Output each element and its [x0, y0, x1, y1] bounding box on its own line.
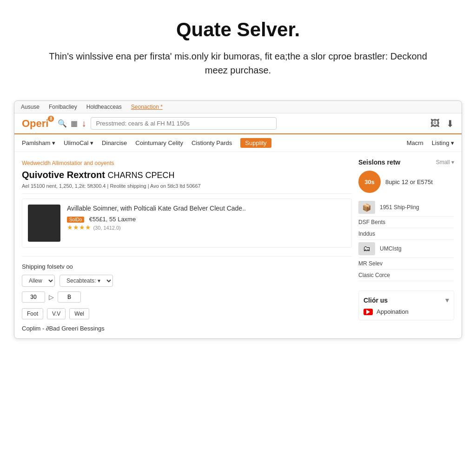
hero-title: Quate Selver. [28, 19, 448, 41]
sidebar-items-list: 📦 1951 Ship-Pling DSF Bents Inddus 🗂 UMC… [358, 198, 454, 281]
sidebar-item-5: Clasic Corce [358, 270, 454, 281]
size-input-row: ▷ [22, 291, 352, 303]
divider-1 [22, 193, 352, 194]
sidebar-label-0: 1951 Ship-Pling [380, 204, 419, 211]
size-btn-foot[interactable]: Foot [22, 308, 43, 319]
cat-cointumary[interactable]: Cointumary Celity [135, 139, 183, 146]
sidebar-item-0: 📦 1951 Ship-Pling [358, 198, 454, 217]
browser-nav: Aususe Fonlbacliey Holdheacceas Seonacti… [14, 101, 462, 113]
product-meta-text: Ael 15100 nent, 1,250, 1,2it: 5ft300.4 |… [22, 183, 201, 189]
filter-row: Allew Secabteats: ▾ [22, 275, 352, 287]
cat-ulirnocal[interactable]: UlirnoCal ▾ [64, 139, 93, 146]
right-panel: Seislons retw Small ▾ 30s 8upic 12 or E5… [352, 159, 454, 332]
cat-supplity[interactable]: Supplity [240, 138, 271, 148]
filter-secabteats[interactable]: Secabteats: ▾ [60, 275, 113, 287]
search-icon[interactable]: 🔍 [58, 119, 67, 128]
clior-item-label: Appoination [377, 308, 409, 315]
left-panel: Wedwecldh Allimostatior and ooyents Quiv… [22, 159, 352, 332]
size-btn-wel[interactable]: Wel [69, 308, 89, 319]
star-rating: ★★★★ [67, 224, 91, 231]
site-logo: Operi 8 [22, 118, 48, 130]
cat-pamlsham[interactable]: Pamlsham ▾ [22, 139, 55, 146]
product-card: Avillable Soimner, with Polticali Kate G… [22, 198, 352, 248]
site-content: Operi 8 🔍 ▦ ↓ 🖼 ⬇ Pamlsham ▾ Ulirno [14, 113, 462, 338]
right-header-small[interactable]: Small ▾ [436, 159, 454, 165]
sidebar-label-2: Inddus [358, 231, 375, 237]
sidebar-item-2: Inddus [358, 228, 454, 240]
size-buttons: Foot V.V Wel [22, 308, 352, 319]
right-header-title: Seislons retw [358, 159, 400, 166]
filter-allew[interactable]: Allew [22, 275, 55, 287]
browser-nav-holdheacceas[interactable]: Holdheacceas [86, 104, 122, 110]
cat-listing[interactable]: Listing ▾ [432, 139, 454, 146]
product-rating-row: ★★★★ (30, 1412.0) [67, 223, 346, 231]
discount-text: 8upic 12 or E575t [385, 178, 433, 185]
sidebar-icon-3: 🗂 [358, 242, 375, 255]
image-icon[interactable]: 🖼 [430, 118, 440, 129]
product-title-main: Quivotive Rextront [22, 170, 105, 180]
product-title-extra: CHARNS CPECH [107, 171, 174, 180]
product-info: Avillable Soimner, with Polticali Kate G… [67, 205, 346, 231]
size-arrow-icon: ▷ [49, 293, 54, 301]
category-nav: Pamlsham ▾ UlirnoCal ▾ Dinarcise Cointum… [14, 134, 462, 152]
main-content: Wedwecldh Allimostatior and ooyents Quiv… [14, 152, 462, 338]
shipping-section: Shipping folsetv oo Allew Secabteats: ▾ [22, 256, 352, 332]
header-icons: 🔍 ▦ ↓ [58, 118, 86, 129]
size-btn-vv[interactable]: V.V [47, 308, 66, 319]
clior-section: Cliór us ▾ Appoination [358, 291, 454, 320]
browser-nav-fonlbacliey[interactable]: Fonlbacliey [49, 104, 77, 110]
bottom-text: Coplim - ∂Bad Greeri Bessings [22, 325, 352, 332]
size-input-2[interactable] [58, 291, 81, 303]
sidebar-item-3: 🗂 UMCIstg [358, 240, 454, 258]
review-count: (30, 1412.0) [93, 225, 120, 231]
clior-title: Cliór us [364, 297, 388, 304]
sidebar-icon-0: 📦 [358, 201, 375, 214]
cat-macrn[interactable]: Macrn [407, 139, 423, 146]
sidebar-label-4: MR Selev [358, 260, 383, 267]
product-image [28, 205, 60, 242]
browser-nav-seonaction[interactable]: Seonaction * [131, 104, 163, 110]
youtube-icon [364, 309, 373, 315]
product-price: €55£1, 55 Laxme [89, 216, 136, 223]
product-price-row: SolDo €55£1, 55 Laxme [67, 215, 346, 223]
sidebar-label-1: DSF Bents [358, 219, 385, 225]
sidebar-label-5: Clasic Corce [358, 272, 390, 278]
youtube-play-icon [366, 310, 370, 314]
product-meta: Ael 15100 nent, 1,250, 1,2it: 5ft300.4 |… [22, 183, 352, 189]
sold-badge: SolDo [67, 217, 84, 223]
download-icon[interactable]: ⬇ [446, 118, 454, 129]
arrow-icon: ↓ [81, 118, 86, 129]
right-header: Seislons retw Small ▾ [358, 159, 454, 166]
logo-text: Operi [22, 118, 48, 129]
discount-badge: 30s [358, 171, 381, 193]
browser-nav-aususe[interactable]: Aususe [21, 104, 40, 110]
sidebar-item-4: MR Selev [358, 258, 454, 270]
hero-section: Quate Selver. Thin's winlssive ena per f… [0, 0, 476, 91]
search-input[interactable] [91, 117, 277, 130]
hero-subtitle: Thin's winlssive ena per firsta' mis.onl… [47, 49, 429, 77]
grid-icon[interactable]: ▦ [71, 119, 78, 128]
browser-chrome: Aususe Fonlbacliey Holdheacceas Seonacti… [14, 100, 462, 339]
product-title: Quivotive Rextront CHARNS CPECH [22, 170, 352, 180]
sidebar-item-1: DSF Bents [358, 217, 454, 228]
clior-header: Cliór us ▾ [364, 296, 449, 304]
logo-badge: 8 [48, 116, 54, 122]
size-input-1[interactable] [22, 291, 45, 303]
discount-row: 30s 8upic 12 or E575t [358, 171, 454, 193]
header-right-icons: 🖼 ⬇ [430, 118, 454, 129]
cat-nav-right: Macrn Listing ▾ [407, 139, 454, 146]
clior-item: Appoination [364, 308, 449, 315]
breadcrumb[interactable]: Wedwecldh Allimostatior and ooyents [22, 160, 114, 166]
page-wrapper: Quate Selver. Thin's winlssive ena per f… [0, 0, 476, 476]
site-header: Operi 8 🔍 ▦ ↓ 🖼 ⬇ [14, 113, 462, 134]
product-name: Avillable Soimner, with Polticali Kate G… [67, 205, 346, 212]
cat-cistionty[interactable]: Cistionty Pards [192, 139, 232, 146]
cat-dinarcise[interactable]: Dinarcise [102, 139, 127, 146]
shipping-title: Shipping folsetv oo [22, 263, 352, 270]
sidebar-label-3: UMCIstg [380, 245, 402, 252]
clior-chevron-icon[interactable]: ▾ [445, 296, 449, 304]
